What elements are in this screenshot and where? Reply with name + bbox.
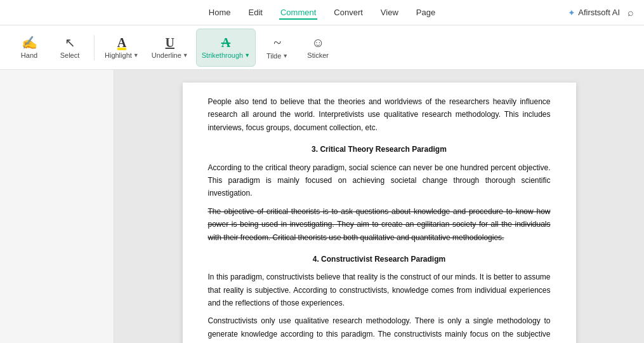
ai-label: Afirstsoft AI bbox=[578, 8, 620, 17]
heading-4: 4. Constructivist Research Paradigm bbox=[208, 253, 551, 266]
ai-star-icon: ✦ bbox=[568, 8, 575, 18]
paragraph-intro: People also tend to believe that the the… bbox=[208, 95, 551, 134]
nav-convert[interactable]: Convert bbox=[332, 5, 364, 20]
doc-area[interactable]: People also tend to believe that the the… bbox=[114, 70, 644, 343]
tool-underline[interactable]: U Underline ▼ bbox=[147, 29, 194, 67]
strikethrough-label: Strikethrough ▼ bbox=[202, 51, 250, 59]
nav-page[interactable]: Page bbox=[415, 5, 437, 20]
doc-text: People also tend to believe that the the… bbox=[208, 95, 551, 343]
search-button[interactable]: ⌕ bbox=[628, 7, 634, 18]
tilde-label: Tilde ▼ bbox=[266, 52, 288, 60]
select-label: Select bbox=[60, 51, 80, 59]
tool-highlight[interactable]: A Highlight ▼ bbox=[100, 29, 144, 67]
highlight-label: Highlight ▼ bbox=[105, 51, 139, 59]
sidebar bbox=[0, 70, 114, 343]
highlight-icon: A bbox=[117, 36, 126, 49]
tilde-arrow: ▼ bbox=[282, 53, 288, 59]
ai-button[interactable]: ✦ Afirstsoft AI bbox=[568, 8, 620, 18]
hand-icon: ✍ bbox=[22, 36, 37, 49]
nav-bar: Home Edit Comment Convert View Page ✦ Af… bbox=[0, 0, 644, 25]
tool-tilde[interactable]: ~ Tilde ▼ bbox=[258, 29, 296, 67]
nav-home[interactable]: Home bbox=[207, 5, 232, 20]
paragraph-critical2-strikethrough: The objective of critical theorists is t… bbox=[208, 205, 551, 244]
nav-edit[interactable]: Edit bbox=[247, 5, 264, 20]
strikethrough-arrow: ▼ bbox=[244, 52, 250, 58]
highlight-arrow: ▼ bbox=[133, 52, 139, 58]
nav-view[interactable]: View bbox=[379, 5, 400, 20]
tilde-icon: ~ bbox=[273, 36, 281, 50]
sticker-icon: ☺ bbox=[312, 36, 324, 49]
hand-label: Hand bbox=[21, 51, 37, 59]
tool-strikethrough[interactable]: A Strikethrough ▼ bbox=[196, 29, 256, 67]
sticker-label: Sticker bbox=[307, 51, 329, 59]
nav-right: ✦ Afirstsoft AI ⌕ bbox=[568, 7, 634, 18]
underline-icon: U bbox=[166, 36, 174, 49]
paragraph-construct1: In this paradigm, constructivists believ… bbox=[208, 271, 551, 309]
divider-1 bbox=[94, 35, 95, 60]
document-page: People also tend to believe that the the… bbox=[183, 83, 576, 343]
tool-sticker[interactable]: ☺ Sticker bbox=[299, 29, 337, 67]
nav-comment[interactable]: Comment bbox=[279, 5, 317, 20]
toolbar: ✍ Hand ↖ Select A Highlight ▼ U Underlin… bbox=[0, 25, 644, 70]
tool-hand[interactable]: ✍ Hand bbox=[10, 29, 48, 67]
select-icon: ↖ bbox=[65, 36, 76, 49]
underline-arrow: ▼ bbox=[183, 52, 188, 58]
tool-select[interactable]: ↖ Select bbox=[51, 29, 89, 67]
paragraph-construct2: Constructivists only use qualitative res… bbox=[208, 314, 551, 343]
main-area: People also tend to believe that the the… bbox=[0, 70, 644, 343]
strikethrough-icon: A bbox=[221, 36, 230, 49]
paragraph-critical1: According to the critical theory paradig… bbox=[208, 161, 551, 200]
heading-3: 3. Critical Theory Research Paradigm bbox=[208, 143, 551, 156]
nav-items: Home Edit Comment Convert View Page bbox=[207, 5, 437, 20]
underline-label: Underline ▼ bbox=[152, 51, 188, 59]
